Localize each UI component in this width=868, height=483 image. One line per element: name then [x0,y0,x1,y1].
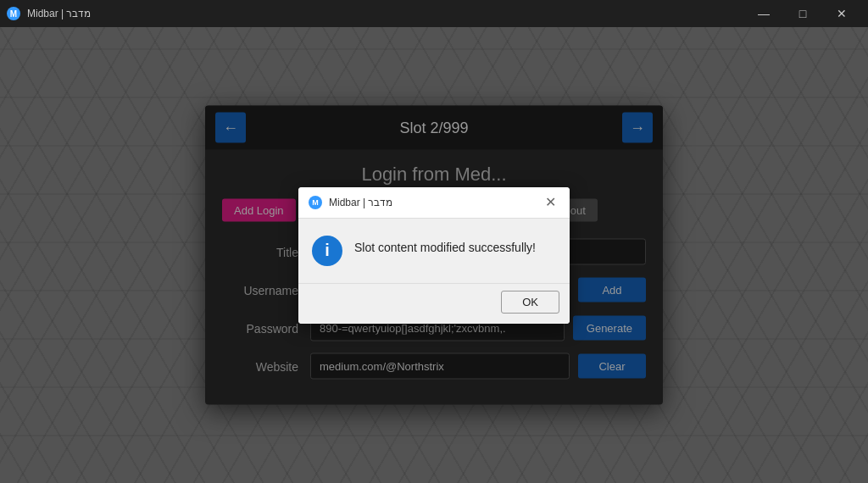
info-icon: i [312,236,342,266]
modal-titlebar-left: M Midbar | מדבר [309,196,392,209]
modal-title-text: Midbar | מדבר [329,197,392,208]
close-button[interactable]: ✕ [822,0,861,27]
modal-footer: OK [298,283,570,324]
modal-body: i Slot content modified successfully! [298,219,570,283]
titlebar-controls: — □ ✕ [744,0,861,27]
titlebar-title: Midbar | מדבר [27,8,91,19]
modal-overlay: M Midbar | מדבר ✕ i Slot content modifie… [0,27,868,483]
modal-dialog: M Midbar | מדבר ✕ i Slot content modifie… [298,187,570,324]
titlebar-left: M Midbar | מדבר [7,7,91,20]
modal-message: Slot content modified successfully! [354,236,536,254]
modal-app-icon: M [309,196,322,209]
background-area: ← Slot 2/999 → Login from Med... Add Log… [0,27,868,483]
modal-titlebar: M Midbar | מדבר ✕ [298,187,570,219]
app-icon: M [7,7,20,20]
ok-button[interactable]: OK [501,291,559,314]
maximize-button[interactable]: □ [783,0,822,27]
minimize-button[interactable]: — [744,0,783,27]
app-icon-label: M [10,9,17,19]
titlebar: M Midbar | מדבר — □ ✕ [0,0,868,27]
modal-close-button[interactable]: ✕ [542,194,559,211]
